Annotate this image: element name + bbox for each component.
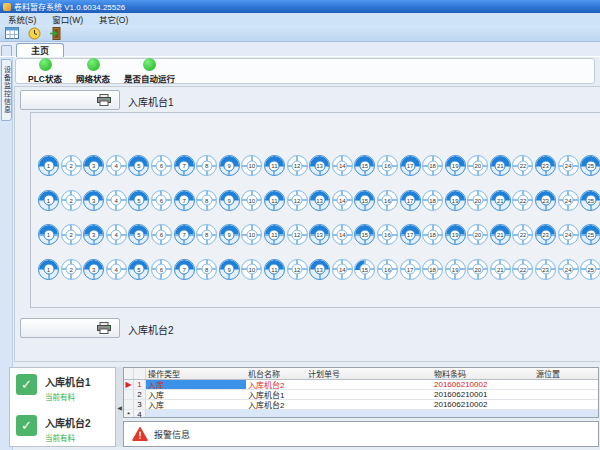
- spool-slot[interactable]: 11: [264, 224, 285, 245]
- spool-slot[interactable]: 11: [264, 190, 285, 211]
- spool-slot[interactable]: 5: [128, 190, 149, 211]
- spool-slot[interactable]: 25: [580, 190, 600, 211]
- spool-slot[interactable]: 14: [332, 155, 353, 176]
- collapsed-panel-tab[interactable]: 设备监控信息: [1, 59, 12, 121]
- spool-slot[interactable]: 10: [241, 224, 262, 245]
- spool-slot[interactable]: 21: [490, 224, 511, 245]
- spool-slot[interactable]: 24: [558, 259, 579, 280]
- spool-slot[interactable]: 23: [535, 224, 556, 245]
- table-cell[interactable]: [534, 410, 598, 418]
- spool-slot[interactable]: 24: [558, 224, 579, 245]
- dock-tab-stub[interactable]: [1, 45, 12, 56]
- table-row[interactable]: 2入库入库机台1201606210001: [124, 390, 598, 400]
- spool-slot[interactable]: 16: [377, 155, 398, 176]
- spool-slot[interactable]: 13: [309, 224, 330, 245]
- spool-slot[interactable]: 8: [196, 224, 217, 245]
- spool-slot[interactable]: 3: [83, 259, 104, 280]
- spool-slot[interactable]: 18: [422, 224, 443, 245]
- spool-slot[interactable]: 7: [174, 259, 195, 280]
- table-cell[interactable]: 入库机台1: [246, 390, 306, 399]
- spool-slot[interactable]: 15: [354, 224, 375, 245]
- spool-slot[interactable]: 3: [83, 224, 104, 245]
- spool-slot[interactable]: 2: [61, 259, 82, 280]
- menu-item[interactable]: 系统(S): [0, 13, 44, 25]
- spool-slot[interactable]: 14: [332, 259, 353, 280]
- spool-slot[interactable]: 12: [287, 190, 308, 211]
- spool-slot[interactable]: 6: [151, 224, 172, 245]
- spool-slot[interactable]: 12: [287, 155, 308, 176]
- table-row[interactable]: *4: [124, 410, 598, 418]
- spool-slot[interactable]: 12: [287, 259, 308, 280]
- spool-slot[interactable]: 1: [38, 190, 59, 211]
- spool-slot[interactable]: 9: [219, 190, 240, 211]
- spool-slot[interactable]: 19: [445, 259, 466, 280]
- menu-item[interactable]: 其它(O): [91, 13, 136, 25]
- table-cell[interactable]: [306, 410, 432, 418]
- table-cell[interactable]: [306, 390, 432, 399]
- spool-slot[interactable]: 8: [196, 190, 217, 211]
- table-cell[interactable]: [534, 380, 598, 389]
- spool-slot[interactable]: 18: [422, 155, 443, 176]
- spool-slot[interactable]: 9: [219, 155, 240, 176]
- spool-slot[interactable]: 5: [128, 259, 149, 280]
- exit-icon[interactable]: [48, 26, 64, 40]
- spool-slot[interactable]: 25: [580, 224, 600, 245]
- table-cell[interactable]: [432, 410, 534, 418]
- spool-slot[interactable]: 20: [467, 224, 488, 245]
- spool-slot[interactable]: 15: [354, 155, 375, 176]
- spool-slot[interactable]: 2: [61, 224, 82, 245]
- table-row[interactable]: ▶1入库入库机台2201606210002: [124, 380, 598, 390]
- spool-slot[interactable]: 1: [38, 259, 59, 280]
- spool-slot[interactable]: 20: [467, 190, 488, 211]
- spool-slot[interactable]: 3: [83, 155, 104, 176]
- spool-slot[interactable]: 8: [196, 155, 217, 176]
- spool-slot[interactable]: 10: [241, 155, 262, 176]
- spool-slot[interactable]: 13: [309, 190, 330, 211]
- print-machine1-button[interactable]: [20, 90, 120, 110]
- clock-icon[interactable]: [26, 26, 42, 40]
- table-cell[interactable]: 201606210002: [432, 400, 534, 409]
- panel-splitter[interactable]: ◀: [116, 367, 123, 447]
- spool-slot[interactable]: 3: [83, 190, 104, 211]
- table-cell[interactable]: [146, 410, 246, 418]
- spool-slot[interactable]: 22: [512, 190, 533, 211]
- spool-slot[interactable]: 13: [309, 155, 330, 176]
- spool-slot[interactable]: 8: [196, 259, 217, 280]
- spool-slot[interactable]: 18: [422, 259, 443, 280]
- table-row[interactable]: 3入库入库机台2201606210002: [124, 400, 598, 410]
- table-cell[interactable]: 入库: [146, 400, 246, 409]
- spool-slot[interactable]: 7: [174, 190, 195, 211]
- spool-slot[interactable]: 9: [219, 224, 240, 245]
- print-machine2-button[interactable]: [20, 318, 120, 338]
- spool-slot[interactable]: 14: [332, 190, 353, 211]
- spool-slot[interactable]: 23: [535, 259, 556, 280]
- spool-slot[interactable]: 2: [61, 155, 82, 176]
- table-cell[interactable]: 201606210001: [432, 390, 534, 399]
- table-cell[interactable]: [534, 400, 598, 409]
- spool-slot[interactable]: 16: [377, 190, 398, 211]
- table-cell[interactable]: 入库: [146, 380, 246, 389]
- table-cell[interactable]: 201606210002: [432, 380, 534, 389]
- spool-slot[interactable]: 17: [400, 155, 421, 176]
- table-cell[interactable]: [306, 380, 432, 389]
- spool-slot[interactable]: 2: [61, 190, 82, 211]
- table-cell[interactable]: 入库机台2: [246, 400, 306, 409]
- spool-slot[interactable]: 24: [558, 190, 579, 211]
- spool-slot[interactable]: 19: [445, 224, 466, 245]
- table-cell[interactable]: 入库: [146, 390, 246, 399]
- spool-slot[interactable]: 4: [106, 155, 127, 176]
- spool-slot[interactable]: 6: [151, 155, 172, 176]
- spool-slot[interactable]: 19: [445, 190, 466, 211]
- spool-slot[interactable]: 17: [400, 259, 421, 280]
- spool-slot[interactable]: 24: [558, 155, 579, 176]
- data-grid-icon[interactable]: [4, 26, 20, 40]
- spool-slot[interactable]: 15: [354, 190, 375, 211]
- spool-slot[interactable]: 22: [512, 155, 533, 176]
- spool-slot[interactable]: 13: [309, 259, 330, 280]
- spool-slot[interactable]: 5: [128, 224, 149, 245]
- menu-item[interactable]: 窗口(W): [44, 13, 91, 25]
- spool-slot[interactable]: 14: [332, 224, 353, 245]
- spool-slot[interactable]: 1: [38, 224, 59, 245]
- spool-slot[interactable]: 21: [490, 155, 511, 176]
- table-cell[interactable]: [246, 410, 306, 418]
